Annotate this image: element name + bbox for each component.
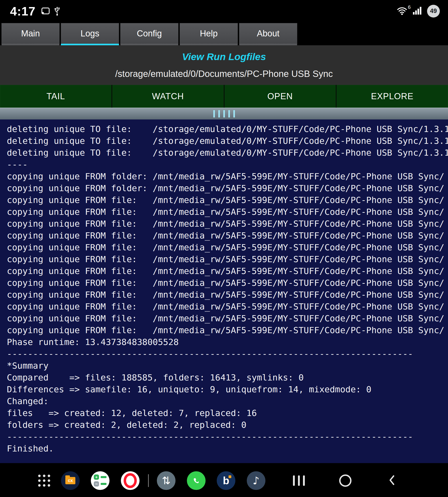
log-line: deleting unique TO file: /storage/emulat… xyxy=(7,135,448,147)
handle-tick xyxy=(223,110,225,117)
log-line: copying unique FROM file: /mnt/media_rw/… xyxy=(7,253,448,265)
log-line: Finished. xyxy=(7,443,448,454)
tab-bar: MainLogsConfigHelpAbout xyxy=(0,22,448,45)
open-button[interactable]: OPEN xyxy=(224,85,336,108)
blue-app-icon[interactable]: b xyxy=(217,471,235,490)
log-line: copying unique FROM file: /mnt/media_rw/… xyxy=(7,206,448,218)
log-line: Phase runtime: 13.437384838005528 xyxy=(7,336,448,348)
cx-label: cx xyxy=(68,478,73,483)
drag-handle[interactable] xyxy=(0,108,448,120)
status-right-icons: 6 49 xyxy=(397,5,440,17)
log-line: copying unique FROM file: /mnt/media_rw/… xyxy=(7,301,448,312)
log-line: copying unique FROM folder: /mnt/media_r… xyxy=(7,171,448,182)
opera-icon[interactable] xyxy=(121,471,140,490)
clock: 4:17 xyxy=(10,4,35,18)
home-button[interactable] xyxy=(339,474,352,487)
calculator-icon[interactable]: + − xyxy=(91,471,110,490)
tab-main[interactable]: Main xyxy=(1,23,60,45)
tab-logs[interactable]: Logs xyxy=(61,23,119,45)
status-left-icons xyxy=(41,6,60,17)
log-line: copying unique FROM file: /mnt/media_rw/… xyxy=(7,312,448,324)
tab-help[interactable]: Help xyxy=(180,23,238,45)
log-line: Compared => files: 188585, folders: 1641… xyxy=(7,372,448,383)
watch-button[interactable]: WATCH xyxy=(112,85,224,108)
phone-icon[interactable] xyxy=(187,471,206,490)
battery-icon: 49 xyxy=(427,5,440,17)
log-line: copying unique FROM file: /mnt/media_rw/… xyxy=(7,265,448,277)
signal-icon xyxy=(413,6,422,16)
log-line: ----------------------------------------… xyxy=(7,431,448,443)
usb-icon xyxy=(54,6,60,17)
tab-about[interactable]: About xyxy=(239,23,297,45)
log-line: *Summary xyxy=(7,360,448,372)
screenshot-icon xyxy=(41,7,50,16)
wifi-generation-label: 6 xyxy=(408,4,411,10)
tail-button[interactable]: TAIL xyxy=(0,85,112,108)
status-bar[interactable]: 4:17 xyxy=(0,0,448,22)
explore-button[interactable]: EXPLORE xyxy=(336,85,448,108)
handle-tick xyxy=(228,110,230,117)
folder-icon: cx xyxy=(65,477,75,484)
log-line: copying unique FROM folder: /mnt/media_r… xyxy=(7,182,448,194)
log-line: folders => created: 2, deleted: 2, repla… xyxy=(7,419,448,431)
log-line: copying unique FROM file: /mnt/media_rw/… xyxy=(7,230,448,241)
header: View Run Logfiles /storage/emulated/0/Do… xyxy=(0,45,448,85)
log-line: copying unique FROM file: /mnt/media_rw/… xyxy=(7,277,448,289)
cx-file-explorer-icon[interactable]: cx xyxy=(61,471,80,490)
log-line: ---- xyxy=(7,159,448,171)
battery-percent: 49 xyxy=(430,8,437,15)
log-line: Differences => samefile: 16, uniqueto: 9… xyxy=(7,383,448,395)
log-line: copying unique FROM file: /mnt/media_rw/… xyxy=(7,218,448,230)
log-line: ----------------------------------------… xyxy=(7,348,448,360)
usb-sync-app-icon[interactable]: ⇅ xyxy=(157,471,176,490)
log-line: copying unique FROM file: /mnt/media_rw/… xyxy=(7,241,448,253)
handle-tick xyxy=(233,110,235,117)
log-line: copying unique FROM file: /mnt/media_rw/… xyxy=(7,324,448,336)
log-line: Changed: xyxy=(7,395,448,407)
screen: 4:17 xyxy=(0,0,448,497)
wifi-icon: 6 xyxy=(397,6,407,16)
log-line: files => created: 12, deleted: 7, replac… xyxy=(7,407,448,419)
handle-tick xyxy=(213,110,215,117)
log-line: copying unique FROM file: /mnt/media_rw/… xyxy=(7,194,448,206)
tab-config[interactable]: Config xyxy=(120,23,178,45)
page-title: View Run Logfiles xyxy=(0,51,448,62)
logfile-path: /storage/emulated/0/Documents/PC-Phone U… xyxy=(0,69,448,79)
bottom-navbar: cx + − ⇅ xyxy=(0,463,448,497)
handle-tick xyxy=(218,110,220,117)
log-output[interactable]: deleting unique TO file: /storage/emulat… xyxy=(0,120,448,463)
app-drawer-icon[interactable] xyxy=(38,474,50,486)
log-line: copying unique FROM file: /mnt/media_rw/… xyxy=(7,289,448,301)
action-bar: TAILWATCHOPENEXPLORE xyxy=(0,85,448,108)
log-line: deleting unique TO file: /storage/emulat… xyxy=(7,147,448,159)
recents-button[interactable] xyxy=(293,475,305,486)
back-button[interactable] xyxy=(389,475,395,486)
dock-divider xyxy=(148,474,149,487)
music-app-icon[interactable]: ♪ xyxy=(247,471,265,490)
log-line: deleting unique TO file: /storage/emulat… xyxy=(7,123,448,135)
